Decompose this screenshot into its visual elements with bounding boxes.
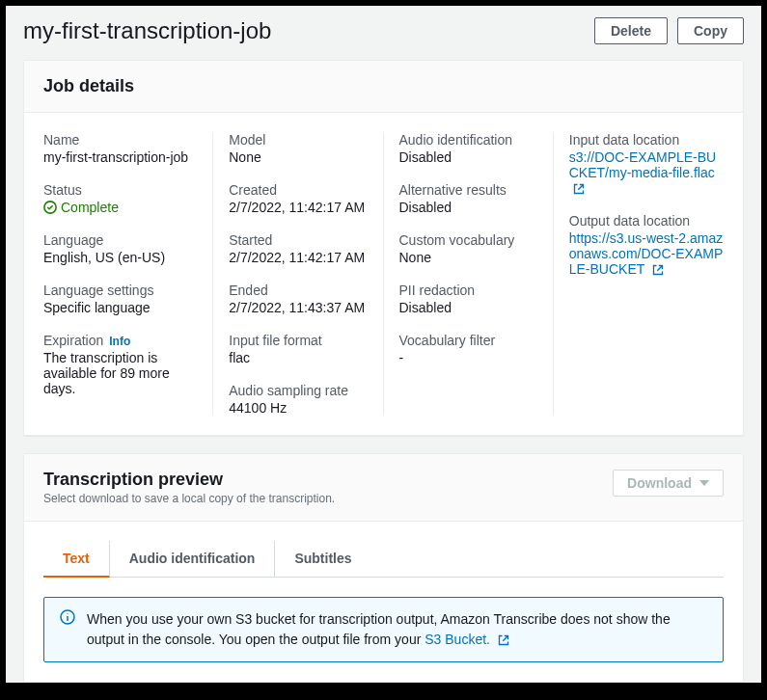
detail-field: Input data locations3://DOC-EXAMPLE-BUCK… [569, 132, 724, 196]
tab-audio-identification[interactable]: Audio identification [110, 541, 276, 577]
detail-field: LanguageEnglish, US (en-US) [43, 232, 197, 265]
external-link-icon [498, 634, 509, 646]
transcription-preview-panel: Transcription preview Select download to… [23, 453, 744, 683]
field-value: Complete [43, 200, 197, 215]
field-value: Disabled [399, 300, 537, 315]
field-label: Custom vocabulary [399, 232, 537, 248]
detail-field: Namemy-first-transcription-job [43, 132, 197, 165]
field-label: Audio sampling rate [229, 383, 367, 398]
info-link[interactable]: Info [109, 335, 130, 348]
field-value: 44100 Hz [229, 400, 367, 416]
field-value: None [399, 250, 537, 265]
download-button[interactable]: Download [613, 470, 724, 497]
field-label: ExpirationInfo [43, 333, 197, 348]
field-label: Language [43, 232, 197, 248]
field-value: flac [229, 350, 367, 365]
field-value: English, US (en-US) [43, 250, 197, 265]
preview-subtitle: Select download to save a local copy of … [43, 492, 335, 505]
field-label: Started [229, 232, 367, 248]
detail-field: Input file formatflac [229, 333, 367, 365]
detail-field: Started2/7/2022, 11:42:17 AM [229, 232, 367, 265]
field-value[interactable]: s3://DOC-EXAMPLE-BUCKET/my-media-file.fl… [569, 149, 724, 196]
field-value[interactable]: https://s3.us-west-2.amazonaws.com/DOC-E… [569, 230, 724, 277]
tab-text[interactable]: Text [43, 541, 110, 578]
svg-point-3 [67, 613, 68, 614]
detail-field: Output data locationhttps://s3.us-west-2… [569, 213, 724, 277]
detail-field: PII redactionDisabled [399, 283, 537, 315]
field-value: Disabled [399, 149, 537, 165]
field-label: Created [229, 182, 367, 198]
field-value: Disabled [399, 200, 537, 215]
field-label: Model [229, 132, 367, 148]
detail-column: Audio identificationDisabledAlternative … [384, 132, 554, 416]
preview-title: Transcription preview [43, 470, 335, 490]
detail-field: Audio identificationDisabled [399, 132, 537, 165]
field-label: Language settings [43, 283, 197, 298]
field-value: my-first-transcription-job [43, 149, 197, 165]
detail-column: ModelNoneCreated2/7/2022, 11:42:17 AMSta… [213, 132, 383, 416]
field-label: PII redaction [399, 283, 537, 298]
job-details-title: Job details [43, 76, 724, 96]
detail-field: Language settingsSpecific language [43, 283, 197, 315]
field-label: Ended [229, 283, 367, 298]
detail-field: Ended2/7/2022, 11:43:37 AM [229, 283, 367, 315]
field-label: Input data location [569, 132, 724, 148]
detail-field: StatusComplete [43, 182, 197, 215]
field-label: Output data location [569, 213, 724, 229]
copy-button[interactable]: Copy [677, 17, 744, 44]
detail-field: Created2/7/2022, 11:42:17 AM [229, 182, 367, 215]
field-value: 2/7/2022, 11:42:17 AM [229, 250, 367, 265]
detail-field: Alternative resultsDisabled [399, 182, 537, 215]
field-value: - [399, 350, 537, 365]
field-value: None [229, 149, 367, 165]
info-icon [60, 609, 75, 650]
detail-field: ModelNone [229, 132, 367, 165]
field-label: Input file format [229, 333, 367, 348]
detail-field: Audio sampling rate44100 Hz [229, 383, 367, 416]
s3-bucket-link[interactable]: S3 Bucket. [425, 632, 490, 647]
delete-button[interactable]: Delete [594, 17, 668, 44]
detail-column: Input data locations3://DOC-EXAMPLE-BUCK… [554, 132, 724, 416]
info-alert: When you use your own S3 bucket for tran… [43, 597, 724, 662]
detail-field: ExpirationInfoThe transcription is avail… [43, 333, 197, 396]
field-label: Name [43, 132, 197, 148]
field-label: Vocabulary filter [399, 333, 537, 348]
field-label: Audio identification [399, 132, 537, 148]
tab-subtitles[interactable]: Subtitles [275, 541, 370, 577]
header-actions: Delete Copy [594, 17, 744, 44]
external-link-icon [652, 264, 664, 276]
detail-field: Vocabulary filter- [399, 333, 537, 365]
info-text: When you use your own S3 bucket for tran… [87, 609, 707, 650]
field-label: Status [43, 182, 197, 198]
caret-down-icon [699, 478, 709, 488]
detail-column: Namemy-first-transcription-jobStatusComp… [43, 132, 213, 416]
external-link-icon [573, 183, 585, 195]
field-value: Specific language [43, 300, 197, 315]
detail-field: Custom vocabularyNone [399, 232, 537, 265]
field-value: 2/7/2022, 11:42:17 AM [229, 200, 367, 215]
field-label: Alternative results [399, 182, 537, 198]
job-details-panel: Job details Namemy-first-transcription-j… [23, 60, 744, 436]
page-header: my-first-transcription-job Delete Copy [6, 6, 761, 60]
field-value: The transcription is available for 89 mo… [43, 350, 197, 396]
page-title: my-first-transcription-job [23, 17, 271, 44]
field-value: 2/7/2022, 11:43:37 AM [229, 300, 367, 315]
